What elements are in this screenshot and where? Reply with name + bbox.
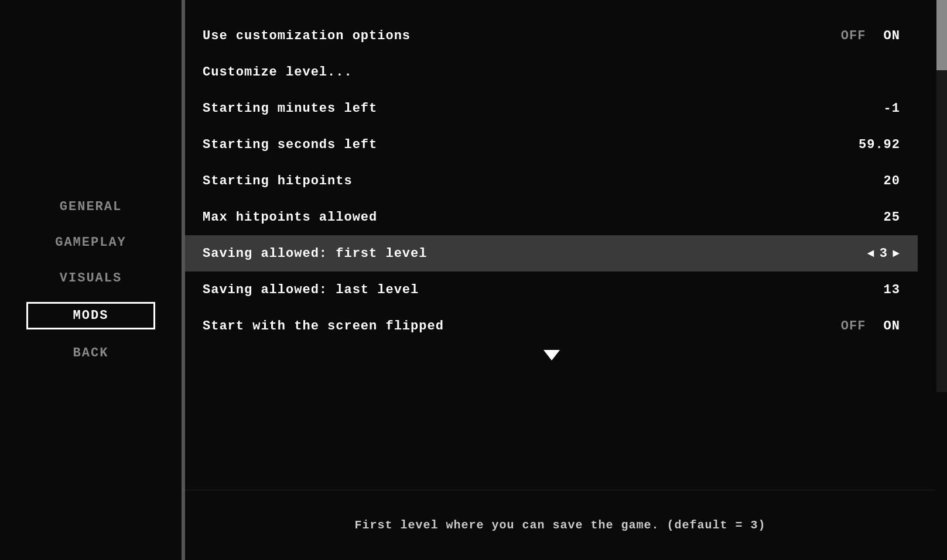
settings-list: Use customization options OFF ON Customi… (185, 0, 935, 490)
setting-value-max-hitpoints: 25 (884, 210, 900, 225)
setting-row-saving-first-level[interactable]: Saving allowed: first level ◄ 3 ► (185, 235, 918, 272)
scroll-down-arrow[interactable] (185, 344, 918, 366)
setting-row-starting-hitpoints[interactable]: Starting hitpoints 20 (185, 163, 918, 199)
sidebar-item-general[interactable]: GENERAL (26, 195, 155, 219)
setting-label-use-customization: Use customization options (203, 29, 411, 43)
setting-label-screen-flipped: Start with the screen flipped (203, 319, 444, 334)
sidebar-item-gameplay[interactable]: GAMEPLAY (26, 231, 155, 255)
sidebar-item-mods[interactable]: MODS (26, 302, 155, 329)
setting-row-screen-flipped[interactable]: Start with the screen flipped OFF ON (185, 308, 918, 344)
toggle-off-screen-flipped[interactable]: OFF (841, 319, 866, 334)
setting-label-max-hitpoints: Max hitpoints allowed (203, 210, 377, 225)
setting-label-starting-seconds: Starting seconds left (203, 138, 377, 152)
setting-row-starting-minutes[interactable]: Starting minutes left -1 (185, 90, 918, 126)
scrollbar-thumb[interactable] (936, 0, 947, 70)
arrow-left-icon[interactable]: ◄ (867, 247, 875, 260)
main-container: GENERAL GAMEPLAY VISUALS MODS BACK Use c… (0, 0, 947, 560)
description-area: First level where you can save the game.… (185, 490, 935, 560)
arrow-right-icon[interactable]: ► (893, 247, 900, 260)
setting-value-starting-seconds: 59.92 (859, 138, 900, 152)
setting-row-max-hitpoints[interactable]: Max hitpoints allowed 25 (185, 199, 918, 235)
setting-label-starting-hitpoints: Starting hitpoints (203, 174, 353, 188)
setting-row-saving-last-level[interactable]: Saving allowed: last level 13 (185, 272, 918, 308)
setting-label-customize-level: Customize level... (203, 65, 353, 80)
setting-value-starting-minutes: -1 (884, 101, 900, 116)
sidebar: GENERAL GAMEPLAY VISUALS MODS BACK (0, 0, 182, 560)
sidebar-item-back[interactable]: BACK (26, 341, 155, 365)
setting-label-saving-last-level: Saving allowed: last level (203, 283, 419, 297)
setting-row-use-customization[interactable]: Use customization options OFF ON (185, 18, 918, 54)
toggle-off-use-customization[interactable]: OFF (841, 29, 866, 43)
description-text: First level where you can save the game.… (354, 518, 765, 532)
setting-row-starting-seconds[interactable]: Starting seconds left 59.92 (185, 126, 918, 163)
toggle-on-use-customization[interactable]: ON (884, 29, 900, 43)
scrollbar-track[interactable] (936, 0, 947, 392)
setting-value-screen-flipped: OFF ON (841, 319, 900, 334)
toggle-on-screen-flipped[interactable]: ON (884, 319, 900, 334)
arrow-down-icon (543, 350, 560, 360)
setting-value-starting-hitpoints: 20 (884, 174, 900, 188)
sidebar-item-visuals[interactable]: VISUALS (26, 266, 155, 290)
setting-value-saving-first-level: ◄ 3 ► (867, 246, 900, 261)
setting-value-saving-last-level: 13 (884, 283, 900, 297)
setting-label-starting-minutes: Starting minutes left (203, 101, 377, 116)
setting-row-customize-level[interactable]: Customize level... (185, 54, 918, 90)
value-saving-first-level: 3 (880, 246, 888, 261)
setting-label-saving-first-level: Saving allowed: first level (203, 246, 427, 261)
setting-value-use-customization: OFF ON (841, 29, 900, 43)
content-area: Use customization options OFF ON Customi… (185, 0, 947, 560)
